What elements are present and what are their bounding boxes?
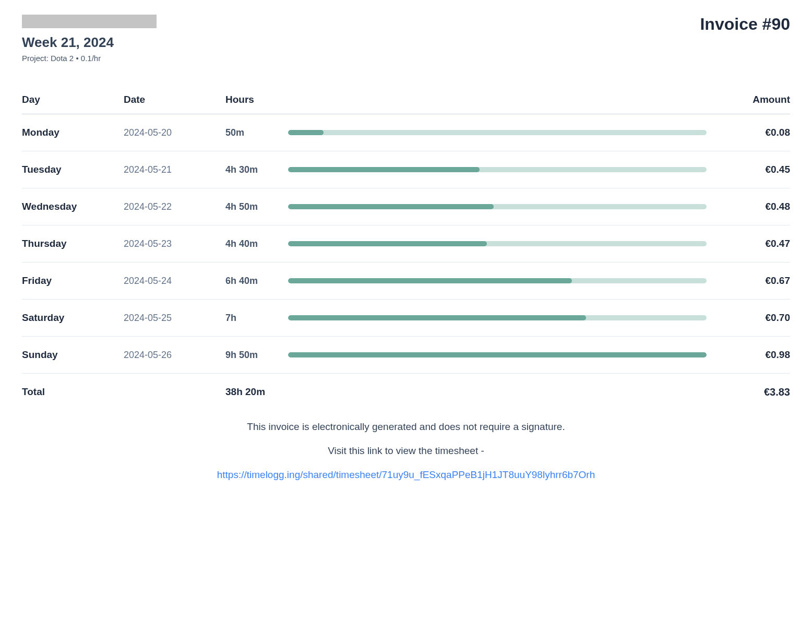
hours-bar xyxy=(283,204,722,209)
day-cell: Saturday xyxy=(22,312,124,324)
amount-cell: €0.45 xyxy=(722,164,790,175)
date-cell: 2024-05-24 xyxy=(124,276,225,287)
day-cell: Sunday xyxy=(22,349,124,361)
week-title: Week 21, 2024 xyxy=(22,34,157,51)
amount-cell: €0.08 xyxy=(722,127,790,138)
hours-cell: 4h 40m xyxy=(225,238,283,249)
hours-bar xyxy=(283,278,722,283)
table-header-row: Day Date Hours Amount xyxy=(22,94,790,114)
hours-cell: 50m xyxy=(225,127,283,138)
hours-cell: 7h xyxy=(225,313,283,324)
footer: This invoice is electronically generated… xyxy=(22,421,790,481)
column-day: Day xyxy=(22,94,124,105)
total-label: Total xyxy=(22,386,124,398)
amount-cell: €0.48 xyxy=(722,201,790,212)
total-hours: 38h 20m xyxy=(225,386,283,398)
timesheet-table: Day Date Hours Amount Monday2024-05-2050… xyxy=(22,94,790,411)
total-amount: €3.83 xyxy=(722,386,790,398)
footer-signature-note: This invoice is electronically generated… xyxy=(22,421,790,433)
amount-cell: €0.47 xyxy=(722,238,790,249)
table-row: Monday2024-05-2050m€0.08 xyxy=(22,114,790,151)
column-amount: Amount xyxy=(722,94,790,105)
table-row: Saturday2024-05-257h€0.70 xyxy=(22,300,790,337)
day-cell: Thursday xyxy=(22,238,124,249)
table-row: Thursday2024-05-234h 40m€0.47 xyxy=(22,225,790,263)
day-cell: Wednesday xyxy=(22,201,124,212)
invoice-number: Invoice #90 xyxy=(700,15,790,34)
hours-bar xyxy=(283,352,722,357)
hours-bar xyxy=(283,315,722,320)
amount-cell: €0.70 xyxy=(722,312,790,324)
column-hours: Hours xyxy=(225,94,283,105)
hours-bar xyxy=(283,130,722,135)
hours-cell: 4h 50m xyxy=(225,201,283,212)
date-cell: 2024-05-25 xyxy=(124,313,225,324)
hours-bar xyxy=(283,167,722,172)
date-cell: 2024-05-21 xyxy=(124,164,225,175)
hours-cell: 4h 30m xyxy=(225,164,283,175)
date-cell: 2024-05-23 xyxy=(124,238,225,249)
project-info: Project: Dota 2 • 0.1/hr xyxy=(22,54,157,63)
date-cell: 2024-05-20 xyxy=(124,127,225,138)
header-left: Week 21, 2024 Project: Dota 2 • 0.1/hr xyxy=(22,15,157,63)
day-cell: Tuesday xyxy=(22,164,124,175)
column-date: Date xyxy=(124,94,225,105)
table-row: Friday2024-05-246h 40m€0.67 xyxy=(22,263,790,300)
date-cell: 2024-05-22 xyxy=(124,201,225,212)
table-row: Sunday2024-05-269h 50m€0.98 xyxy=(22,337,790,374)
amount-cell: €0.98 xyxy=(722,349,790,361)
table-row: Wednesday2024-05-224h 50m€0.48 xyxy=(22,188,790,225)
hours-cell: 9h 50m xyxy=(225,350,283,361)
timesheet-link[interactable]: https://timelogg.ing/shared/timesheet/71… xyxy=(217,469,595,480)
total-row: Total 38h 20m €3.83 xyxy=(22,374,790,411)
hours-bar xyxy=(283,241,722,246)
table-row: Tuesday2024-05-214h 30m€0.45 xyxy=(22,151,790,188)
hours-cell: 6h 40m xyxy=(225,276,283,287)
footer-visit-text: Visit this link to view the timesheet - xyxy=(22,445,790,457)
day-cell: Monday xyxy=(22,127,124,138)
header: Week 21, 2024 Project: Dota 2 • 0.1/hr I… xyxy=(22,15,790,63)
company-name-placeholder xyxy=(22,15,157,28)
day-cell: Friday xyxy=(22,275,124,287)
amount-cell: €0.67 xyxy=(722,275,790,287)
date-cell: 2024-05-26 xyxy=(124,350,225,361)
